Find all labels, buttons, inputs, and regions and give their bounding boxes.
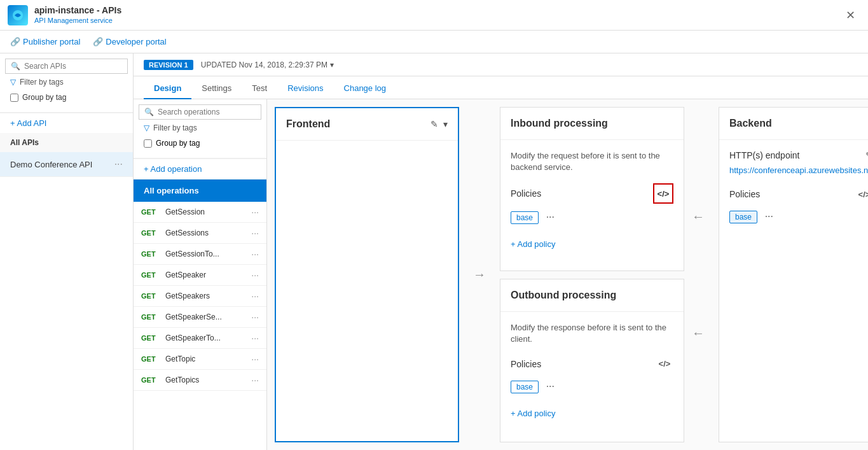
tab-test[interactable]: Test xyxy=(242,78,277,99)
outbound-policies-row: Policies </> xyxy=(511,355,673,373)
chevron-down-icon[interactable]: ▾ xyxy=(330,60,334,69)
op-method: GET xyxy=(141,208,160,216)
revision-bar: REVISION 1 UPDATED Nov 14, 2018, 2:29:37… xyxy=(134,53,868,76)
outbound-panel-title: Outbound processing xyxy=(511,290,616,301)
outbound-policies-code-button[interactable]: </> xyxy=(656,355,673,373)
op-item-getsessions[interactable]: GET GetSessions ··· xyxy=(134,223,266,244)
op-method: GET xyxy=(141,271,160,279)
op-name: GetSpeakerTo... xyxy=(165,334,246,342)
backend-more-button[interactable]: ··· xyxy=(765,211,773,221)
external-link-icon-2: 🔗 xyxy=(93,37,103,46)
tab-changelog[interactable]: Change log xyxy=(334,78,397,99)
op-name: GetSpeaker xyxy=(165,271,246,279)
inbound-add-policy-button[interactable]: + Add policy xyxy=(511,234,673,254)
op-item-gettopic[interactable]: GET GetTopic ··· xyxy=(134,349,266,370)
right-arrow-icon: → xyxy=(473,267,486,282)
op-item-getsession[interactable]: GET GetSession ··· xyxy=(134,202,266,223)
all-operations-item[interactable]: All operations xyxy=(134,179,266,202)
op-method: GET xyxy=(141,334,160,342)
close-button[interactable]: ✕ xyxy=(841,6,860,25)
op-method: GET xyxy=(141,355,160,363)
filter-by-tags-row[interactable]: ▽ Filter by tags xyxy=(5,74,128,90)
op-more-icon[interactable]: ··· xyxy=(251,228,259,238)
op-more-icon[interactable]: ··· xyxy=(251,270,259,280)
search-operations-input[interactable] xyxy=(158,108,256,116)
edit-icon[interactable]: ✎ xyxy=(431,119,438,129)
left-arrow-inbound-icon: ← xyxy=(692,209,705,224)
publisher-portal-link[interactable]: 🔗 Publisher portal xyxy=(10,37,80,46)
developer-portal-link[interactable]: 🔗 Developer portal xyxy=(93,37,166,46)
op-more-icon[interactable]: ··· xyxy=(251,312,259,322)
ops-group-by-tag-row[interactable]: Group by tag xyxy=(139,136,261,153)
code-icon-3: </> xyxy=(858,190,868,199)
title-bar: apim-instance - APIs API Management serv… xyxy=(0,0,868,31)
op-item-getspeakerto[interactable]: GET GetSpeakerTo... ··· xyxy=(134,328,266,349)
ops-group-by-tag-checkbox[interactable] xyxy=(144,139,152,148)
outbound-processing-panel: Outbound processing Modify the response … xyxy=(500,279,684,443)
outbound-base-badge[interactable]: base xyxy=(511,381,539,393)
outbound-more-button[interactable]: ··· xyxy=(546,381,555,391)
op-more-icon[interactable]: ··· xyxy=(251,207,259,217)
outbound-add-policy-button[interactable]: + Add policy xyxy=(511,404,673,423)
backend-panel-body: HTTP(s) endpoint ✎ https://conferenceapi… xyxy=(719,140,868,442)
ops-search-icon: 🔍 xyxy=(144,108,154,116)
op-more-icon[interactable]: ··· xyxy=(251,354,259,364)
op-name: GetSpeakers xyxy=(165,292,246,300)
outbound-panel-body: Modify the response before it is sent to… xyxy=(500,312,684,442)
endpoint-url[interactable]: https://conferenceapi.azurewebsites.net xyxy=(729,165,868,175)
op-more-icon[interactable]: ··· xyxy=(251,249,259,259)
tab-settings[interactable]: Settings xyxy=(191,78,242,99)
ops-filter-icon: ▽ xyxy=(144,123,149,132)
backend-base-badge-row: base ··· xyxy=(729,211,868,229)
title-text: apim-instance - APIs API Management serv… xyxy=(34,5,121,25)
op-more-icon[interactable]: ··· xyxy=(251,291,259,301)
frontend-panel-title: Frontend xyxy=(286,118,330,130)
backend-base-badge[interactable]: base xyxy=(729,211,757,223)
backend-policies-code-button[interactable]: </> xyxy=(855,185,868,203)
op-item-getspeakerse[interactable]: GET GetSpeakerSe... ··· xyxy=(134,307,266,328)
chevron-down-icon[interactable]: ▾ xyxy=(443,119,448,129)
tab-design[interactable]: Design xyxy=(144,78,191,99)
api-item-more-icon[interactable]: ··· xyxy=(114,158,123,170)
ops-filter-label: Filter by tags xyxy=(153,123,197,132)
op-more-icon[interactable]: ··· xyxy=(251,333,259,343)
http-endpoint-label: HTTP(s) endpoint xyxy=(729,150,799,160)
top-nav: 🔗 Publisher portal 🔗 Developer portal xyxy=(0,31,868,53)
op-method: GET xyxy=(141,229,160,237)
inbound-policies-code-button[interactable]: </> xyxy=(653,183,673,204)
content-area: REVISION 1 UPDATED Nov 14, 2018, 2:29:37… xyxy=(134,53,868,450)
outbound-description: Modify the response before it is sent to… xyxy=(511,322,673,345)
ops-group-by-tag-label: Group by tag xyxy=(156,139,200,148)
service-name: API Management service xyxy=(34,17,113,24)
inbound-panel-header: Inbound processing xyxy=(500,108,684,140)
inbound-panel-body: Modify the request before it is sent to … xyxy=(500,140,684,271)
all-apis-label: All APIs xyxy=(0,133,133,152)
main-container: 🔍 ▽ Filter by tags Group by tag + Add AP… xyxy=(0,53,868,450)
filter-icon: ▽ xyxy=(10,78,16,87)
op-item-getsessionto[interactable]: GET GetSessionTo... ··· xyxy=(134,244,266,265)
search-apis-wrap: 🔍 xyxy=(5,59,128,74)
inbound-base-badge[interactable]: base xyxy=(511,211,539,224)
external-link-icon: 🔗 xyxy=(10,37,20,46)
op-method: GET xyxy=(141,292,160,300)
group-by-tag-checkbox[interactable] xyxy=(10,94,18,102)
ops-filter-row[interactable]: ▽ Filter by tags xyxy=(139,120,261,136)
design-area: 🔍 ▽ Filter by tags Group by tag + Add op… xyxy=(134,99,868,450)
add-operation-button[interactable]: + Add operation xyxy=(134,158,266,179)
inbound-more-button[interactable]: ··· xyxy=(546,211,555,222)
op-item-getspeakers[interactable]: GET GetSpeakers ··· xyxy=(134,286,266,307)
op-item-gettopics[interactable]: GET GetTopics ··· xyxy=(134,370,266,391)
tab-revisions[interactable]: Revisions xyxy=(277,78,333,99)
search-apis-input[interactable] xyxy=(24,62,122,71)
inbound-description: Modify the request before it is sent to … xyxy=(511,150,673,173)
frontend-header-actions: ✎ ▾ xyxy=(431,119,448,129)
group-by-tag-row[interactable]: Group by tag xyxy=(5,90,128,107)
outbound-base-badge-row: base ··· xyxy=(511,381,673,398)
edit-endpoint-icon[interactable]: ✎ xyxy=(865,150,868,160)
op-item-getspeaker[interactable]: GET GetSpeaker ··· xyxy=(134,265,266,286)
code-icon-2: </> xyxy=(659,359,671,369)
op-more-icon[interactable]: ··· xyxy=(251,375,259,385)
ops-search-area: 🔍 ▽ Filter by tags Group by tag xyxy=(134,99,266,158)
api-item-demo-conference[interactable]: Demo Conference API ··· xyxy=(0,152,133,177)
add-api-button[interactable]: + Add API xyxy=(0,113,133,133)
